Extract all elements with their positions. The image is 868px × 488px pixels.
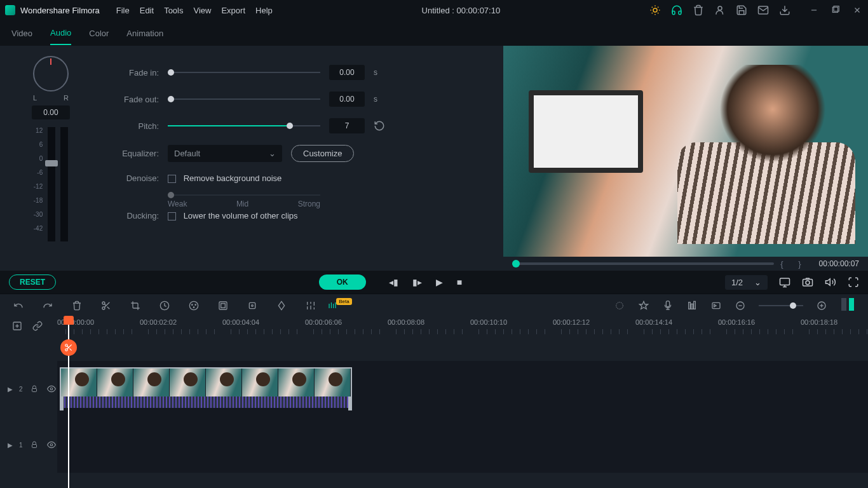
zoom-out-icon[interactable] (735, 300, 746, 311)
prev-frame-icon[interactable]: ◂▮ (389, 277, 398, 287)
add-track-icon[interactable] (11, 320, 23, 332)
redo-icon[interactable] (42, 300, 53, 311)
equalizer-select[interactable]: Default ⌄ (168, 145, 282, 162)
volume-icon[interactable] (825, 276, 836, 288)
page-selector[interactable]: 1/2 ⌄ (725, 275, 768, 290)
ok-button[interactable]: OK (319, 274, 366, 290)
keyframe-icon[interactable] (276, 300, 287, 311)
mail-icon[interactable] (757, 4, 769, 16)
menu-export[interactable]: Export (221, 6, 245, 15)
audio-mixer-icon[interactable]: ılılBeta (334, 300, 346, 311)
display-icon[interactable] (779, 276, 790, 288)
headphones-icon[interactable] (671, 4, 682, 16)
svg-rect-20 (249, 302, 255, 308)
track-body[interactable]: ▶ Footage (57, 361, 868, 417)
ruler-tick: 00:00:14:14 (635, 318, 672, 326)
tab-video[interactable]: Video (11, 22, 32, 44)
record-icon[interactable] (662, 300, 674, 311)
lock-icon[interactable] (29, 383, 40, 395)
speed-icon[interactable] (159, 300, 170, 311)
fit-icon[interactable] (710, 300, 722, 311)
undo-icon[interactable] (13, 300, 24, 311)
visibility-icon[interactable] (46, 439, 57, 451)
zoom-in-icon[interactable] (816, 300, 827, 311)
zoom-toggle[interactable] (840, 298, 855, 313)
ruler-tick: 00:00:00:00 (57, 318, 94, 326)
tab-audio[interactable]: Audio (50, 22, 71, 45)
marker-braces-icon[interactable]: { } (780, 259, 807, 269)
close-icon[interactable] (851, 4, 863, 16)
vu-meter-left[interactable] (48, 127, 55, 241)
tab-color[interactable]: Color (89, 22, 109, 44)
stop-icon[interactable]: ■ (457, 277, 462, 287)
download-icon[interactable] (779, 4, 790, 16)
fade-in-row: Fade in: 0.00 s (102, 65, 484, 80)
svg-rect-31 (694, 301, 696, 309)
render-icon[interactable] (614, 300, 625, 311)
minimize-icon[interactable] (808, 4, 820, 16)
pitch-slider[interactable] (168, 125, 320, 126)
track-body[interactable] (57, 417, 868, 473)
playhead[interactable] (68, 316, 69, 488)
save-icon[interactable] (736, 4, 747, 16)
playback-scrubber[interactable] (512, 262, 774, 265)
svg-rect-18 (219, 302, 227, 309)
trash-icon[interactable] (693, 4, 704, 16)
pitch-value[interactable]: 7 (329, 118, 365, 133)
svg-rect-29 (689, 302, 691, 309)
tab-animation[interactable]: Animation (126, 22, 163, 44)
denoise-slider[interactable] (168, 194, 320, 196)
split-icon[interactable] (100, 300, 112, 311)
scrubber-thumb-icon[interactable] (512, 260, 520, 268)
next-frame-icon[interactable]: ▮▸ (412, 277, 422, 287)
pitch-reset-icon[interactable] (374, 120, 385, 132)
crop-icon[interactable] (130, 300, 141, 311)
effects-icon[interactable] (649, 4, 661, 16)
ducking-checkbox[interactable] (168, 212, 176, 220)
fade-in-value[interactable]: 0.00 (329, 65, 365, 80)
menu-file[interactable]: File (116, 6, 130, 15)
playhead-handle-icon[interactable] (64, 316, 74, 325)
vu-fader-icon[interactable] (45, 160, 58, 166)
timeline-ruler[interactable]: 00:00:00:0000:00:02:0200:00:04:0400:00:0… (57, 316, 868, 336)
pan-dial[interactable] (33, 56, 69, 92)
marker-icon[interactable] (638, 300, 649, 311)
pan-value[interactable]: 0.00 (32, 105, 69, 119)
color-icon[interactable] (188, 300, 200, 311)
pan-r-label: R (64, 94, 69, 102)
denoise-check-container: Remove background noise (168, 173, 281, 183)
menu-tools[interactable]: Tools (164, 6, 183, 15)
maximize-icon[interactable] (830, 4, 841, 16)
track-video-2: ▶ 2 ▶ Footage (0, 361, 868, 417)
video-preview[interactable] (503, 46, 868, 257)
button-bar: RESET OK ◂▮ ▮▸ ▶ ■ 1/2 ⌄ (0, 271, 868, 294)
customize-button[interactable]: Customize (291, 145, 354, 162)
mixer-icon[interactable] (686, 300, 698, 311)
visibility-icon[interactable] (46, 383, 57, 395)
timeline: 00:00:00:0000:00:02:0200:00:04:0400:00:0… (0, 316, 868, 488)
delete-icon[interactable] (71, 300, 83, 311)
menu-help[interactable]: Help (255, 6, 273, 15)
account-icon[interactable] (714, 4, 726, 16)
fullscreen-icon[interactable] (848, 276, 859, 288)
menu-view[interactable]: View (193, 6, 211, 15)
green-screen-icon[interactable] (217, 300, 229, 311)
fade-out-slider[interactable] (168, 98, 320, 100)
video-clip[interactable]: ▶ Footage (60, 367, 352, 408)
ruler-tick: 00:00:18:18 (801, 318, 837, 326)
denoise-checkbox[interactable] (168, 175, 176, 183)
lock-icon[interactable] (29, 439, 40, 451)
menu-edit[interactable]: Edit (140, 6, 154, 15)
snapshot-icon[interactable] (802, 276, 813, 288)
play-icon[interactable]: ▶ (436, 277, 443, 287)
track-head: ▶ 2 (0, 361, 57, 417)
fade-in-slider[interactable] (168, 72, 320, 73)
link-icon[interactable] (32, 320, 43, 332)
playback-bar: { } 00:00:00:07 (503, 257, 868, 271)
settings-icon[interactable] (305, 300, 316, 311)
zoom-slider[interactable] (759, 305, 803, 306)
fade-out-value[interactable]: 0.00 (329, 92, 365, 107)
motion-icon[interactable] (247, 300, 258, 311)
playhead-cut-icon[interactable] (60, 339, 77, 356)
reset-button[interactable]: RESET (9, 274, 56, 290)
